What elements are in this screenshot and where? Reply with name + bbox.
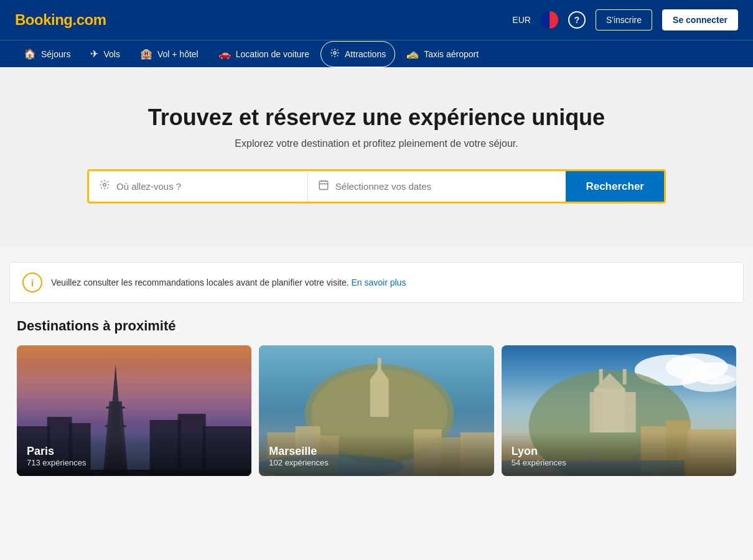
hero-title: Trouvez et réservez une expérience uniqu… xyxy=(15,105,738,131)
svg-rect-40 xyxy=(589,392,602,432)
paris-count: 713 expériences xyxy=(27,458,241,467)
nav-sejours-label: Séjours xyxy=(41,49,70,59)
header: Booking.com EUR ? S'inscrire Se connecte… xyxy=(0,0,753,40)
marseille-count: 102 expériences xyxy=(269,458,484,467)
voiture-icon: 🚗 xyxy=(218,48,231,60)
info-banner-wrapper: i Veuillez consulter les recommandations… xyxy=(0,262,753,303)
destination-lyon[interactable]: Lyon 54 expériences xyxy=(502,345,736,476)
info-banner: i Veuillez consulter les recommandations… xyxy=(9,262,744,303)
nav-taxis[interactable]: 🚕 Taxis aéroport xyxy=(398,40,487,67)
nav-vol-hotel[interactable]: 🏨 Vol + hôtel xyxy=(131,40,207,67)
date-input[interactable] xyxy=(335,171,556,202)
nav-vol-hotel-label: Vol + hôtel xyxy=(157,49,199,59)
destination-marseille[interactable]: Marseille 102 expériences xyxy=(259,345,493,476)
logo: Booking.com xyxy=(15,11,106,29)
destination-input[interactable] xyxy=(116,171,297,202)
nav-sejours[interactable]: 🏠 Séjours xyxy=(15,40,79,67)
svg-rect-43 xyxy=(599,369,602,385)
nav-vols-label: Vols xyxy=(103,49,119,59)
svg-point-0 xyxy=(334,52,336,54)
vol-hotel-icon: 🏨 xyxy=(140,48,152,60)
login-button[interactable]: Se connecter xyxy=(662,9,738,30)
help-button[interactable]: ? xyxy=(568,11,586,29)
svg-rect-44 xyxy=(622,369,626,385)
date-field xyxy=(308,171,566,202)
main-nav: 🏠 Séjours ✈ Vols 🏨 Vol + hôtel 🚗 Locatio… xyxy=(0,40,753,67)
nav-attractions[interactable]: Attractions xyxy=(320,41,395,67)
destinations-title: Destinations à proximité xyxy=(17,318,736,334)
vols-icon: ✈ xyxy=(90,48,98,60)
hero-section: Trouvez et réservez une expérience uniqu… xyxy=(0,67,753,247)
svg-rect-2 xyxy=(319,181,328,190)
destination-icon xyxy=(99,179,110,194)
nav-attractions-label: Attractions xyxy=(345,49,386,59)
svg-point-1 xyxy=(103,184,106,187)
info-icon: i xyxy=(22,273,42,292)
currency-selector[interactable]: EUR xyxy=(512,15,531,25)
marseille-overlay: Marseille 102 expériences xyxy=(259,432,493,476)
search-bar: Rechercher xyxy=(87,169,666,203)
svg-rect-23 xyxy=(378,358,381,370)
language-flag[interactable] xyxy=(541,11,558,29)
nav-taxis-label: Taxis aéroport xyxy=(424,49,479,59)
header-right: EUR ? S'inscrire Se connecter xyxy=(512,9,738,30)
hero-subtitle: Explorez votre destination et profitez p… xyxy=(15,138,738,149)
nav-vols[interactable]: ✈ Vols xyxy=(82,40,128,67)
flag-red xyxy=(550,11,558,29)
svg-point-37 xyxy=(681,373,736,392)
calendar-icon xyxy=(318,179,329,194)
taxis-icon: 🚕 xyxy=(406,48,419,60)
info-message: Veuillez consulter les recommandations l… xyxy=(51,278,349,287)
info-text: Veuillez consulter les recommandations l… xyxy=(51,278,406,287)
logo-text: Booking.com xyxy=(15,11,106,28)
svg-rect-41 xyxy=(623,392,635,432)
nav-location-voiture[interactable]: 🚗 Location de voiture xyxy=(210,40,318,67)
paris-city: Paris xyxy=(27,445,241,458)
lyon-city: Lyon xyxy=(512,445,726,458)
lyon-overlay: Lyon 54 expériences xyxy=(502,432,736,476)
paris-overlay: Paris 713 expériences xyxy=(17,432,251,476)
marseille-city: Marseille xyxy=(269,445,484,458)
destination-paris[interactable]: Paris 713 expériences xyxy=(17,345,251,476)
destination-field xyxy=(89,171,308,202)
search-button[interactable]: Rechercher xyxy=(566,171,664,202)
nav-location-label: Location de voiture xyxy=(236,49,309,59)
sejours-icon: 🏠 xyxy=(24,48,36,60)
destinations-section: Destinations à proximité xyxy=(9,318,744,476)
lyon-count: 54 expériences xyxy=(512,458,726,467)
info-link[interactable]: En savoir plus xyxy=(351,278,406,287)
attractions-icon xyxy=(330,48,340,60)
destinations-grid: Paris 713 expériences xyxy=(17,345,736,476)
register-button[interactable]: S'inscrire xyxy=(596,9,652,30)
flag-blue xyxy=(541,11,550,29)
svg-rect-21 xyxy=(370,380,389,417)
